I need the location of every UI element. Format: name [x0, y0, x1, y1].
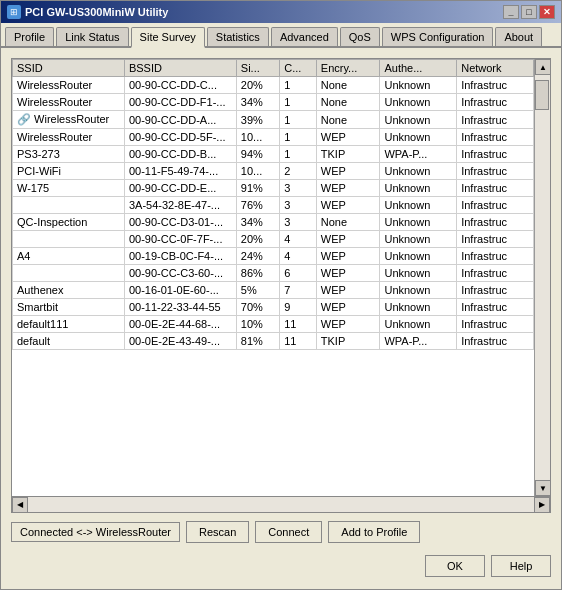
table-cell-3: 11	[280, 316, 317, 333]
title-bar: ⊞ PCI GW-US300MiniW Utility _ □ ✕	[1, 1, 561, 23]
tab-bar: Profile Link Status Site Survey Statisti…	[1, 23, 561, 48]
table-row[interactable]: WirelessRouter00-90-CC-DD-C...20%1NoneUn…	[13, 77, 534, 94]
table-cell-2: 76%	[236, 197, 279, 214]
tab-advanced[interactable]: Advanced	[271, 27, 338, 46]
table-cell-4: WEP	[316, 231, 380, 248]
scroll-thumb[interactable]	[535, 80, 549, 110]
hscroll-track[interactable]	[28, 497, 534, 512]
table-cell-3: 1	[280, 146, 317, 163]
table-row[interactable]: PCI-WiFi00-11-F5-49-74-...10...2WEPUnkno…	[13, 163, 534, 180]
title-bar-left: ⊞ PCI GW-US300MiniW Utility	[7, 5, 168, 19]
table-cell-6: Infrastruc	[457, 146, 534, 163]
table-cell-5: WPA-P...	[380, 333, 457, 350]
table-cell-4: None	[316, 94, 380, 111]
table-cell-2: 10%	[236, 316, 279, 333]
tab-profile[interactable]: Profile	[5, 27, 54, 46]
close-button[interactable]: ✕	[539, 5, 555, 19]
table-cell-5: Unknown	[380, 231, 457, 248]
table-row[interactable]: WirelessRouter00-90-CC-DD-5F-...10...1WE…	[13, 129, 534, 146]
vertical-scrollbar[interactable]: ▲ ▼	[534, 59, 550, 496]
table-cell-5: Unknown	[380, 197, 457, 214]
table-cell-3: 4	[280, 248, 317, 265]
table-cell-6: Infrastruc	[457, 231, 534, 248]
table-cell-1: 00-90-CC-0F-7F-...	[124, 231, 236, 248]
table-header-row: SSID BSSID Si... C... Encry... Authe... …	[13, 60, 534, 77]
table-cell-6: Infrastruc	[457, 214, 534, 231]
table-cell-5: Unknown	[380, 111, 457, 129]
minimize-button[interactable]: _	[503, 5, 519, 19]
table-cell-2: 81%	[236, 333, 279, 350]
connect-button[interactable]: Connect	[255, 521, 322, 543]
maximize-button[interactable]: □	[521, 5, 537, 19]
table-row[interactable]: A400-19-CB-0C-F4-...24%4WEPUnknownInfras…	[13, 248, 534, 265]
table-cell-5: Unknown	[380, 214, 457, 231]
table-cell-5: Unknown	[380, 163, 457, 180]
col-auth: Authe...	[380, 60, 457, 77]
table-row[interactable]: PS3-27300-90-CC-DD-B...94%1TKIPWPA-P...I…	[13, 146, 534, 163]
table-cell-6: Infrastruc	[457, 77, 534, 94]
scroll-left-button[interactable]: ◀	[12, 497, 28, 513]
horizontal-scrollbar[interactable]: ◀ ▶	[12, 496, 550, 512]
table-cell-2: 34%	[236, 214, 279, 231]
tab-wps-configuration[interactable]: WPS Configuration	[382, 27, 494, 46]
table-cell-2: 70%	[236, 299, 279, 316]
table-cell-1: 00-19-CB-0C-F4-...	[124, 248, 236, 265]
window-title: PCI GW-US300MiniW Utility	[25, 6, 168, 18]
table-cell-2: 5%	[236, 282, 279, 299]
tab-statistics[interactable]: Statistics	[207, 27, 269, 46]
table-cell-6: Infrastruc	[457, 299, 534, 316]
scroll-right-button[interactable]: ▶	[534, 497, 550, 513]
table-row[interactable]: W-17500-90-CC-DD-E...91%3WEPUnknownInfra…	[13, 180, 534, 197]
table-cell-6: Infrastruc	[457, 163, 534, 180]
scroll-down-button[interactable]: ▼	[535, 480, 550, 496]
table-cell-4: WEP	[316, 282, 380, 299]
table-cell-4: None	[316, 214, 380, 231]
table-row[interactable]: default00-0E-2E-43-49-...81%11TKIPWPA-P.…	[13, 333, 534, 350]
tab-site-survey[interactable]: Site Survey	[131, 27, 205, 48]
ok-button[interactable]: OK	[425, 555, 485, 577]
col-network: Network	[457, 60, 534, 77]
add-to-profile-button[interactable]: Add to Profile	[328, 521, 420, 543]
tab-link-status[interactable]: Link Status	[56, 27, 128, 46]
table-cell-4: WEP	[316, 129, 380, 146]
scroll-track[interactable]	[535, 75, 550, 480]
table-wrapper[interactable]: SSID BSSID Si... C... Encry... Authe... …	[12, 59, 534, 496]
rescan-button[interactable]: Rescan	[186, 521, 249, 543]
table-cell-1: 00-11-22-33-44-55	[124, 299, 236, 316]
table-row[interactable]: 00-90-CC-0F-7F-...20%4WEPUnknownInfrastr…	[13, 231, 534, 248]
table-cell-0	[13, 197, 125, 214]
table-cell-2: 94%	[236, 146, 279, 163]
col-bssid: BSSID	[124, 60, 236, 77]
table-cell-0: PS3-273	[13, 146, 125, 163]
tab-qos[interactable]: QoS	[340, 27, 380, 46]
table-cell-3: 4	[280, 231, 317, 248]
table-row[interactable]: Smartbit00-11-22-33-44-5570%9WEPUnknownI…	[13, 299, 534, 316]
table-row[interactable]: default11100-0E-2E-44-68-...10%11WEPUnkn…	[13, 316, 534, 333]
table-cell-5: Unknown	[380, 129, 457, 146]
table-cell-2: 34%	[236, 94, 279, 111]
table-cell-1: 00-90-CC-DD-F1-...	[124, 94, 236, 111]
table-row[interactable]: Authenex00-16-01-0E-60-...5%7WEPUnknownI…	[13, 282, 534, 299]
table-cell-0: W-175	[13, 180, 125, 197]
table-row[interactable]: 3A-54-32-8E-47-...76%3WEPUnknownInfrastr…	[13, 197, 534, 214]
table-cell-4: TKIP	[316, 333, 380, 350]
table-cell-5: Unknown	[380, 299, 457, 316]
table-cell-0: Smartbit	[13, 299, 125, 316]
table-cell-0: A4	[13, 248, 125, 265]
table-cell-6: Infrastruc	[457, 94, 534, 111]
table-cell-3: 9	[280, 299, 317, 316]
network-table: SSID BSSID Si... C... Encry... Authe... …	[12, 59, 534, 350]
table-cell-2: 86%	[236, 265, 279, 282]
table-cell-2: 24%	[236, 248, 279, 265]
action-button-row: Connected <-> WirelessRouter Rescan Conn…	[11, 521, 551, 543]
table-cell-4: WEP	[316, 265, 380, 282]
table-row[interactable]: 00-90-CC-C3-60-...86%6WEPUnknownInfrastr…	[13, 265, 534, 282]
tab-about[interactable]: About	[495, 27, 542, 46]
help-button[interactable]: Help	[491, 555, 551, 577]
table-row[interactable]: 🔗 WirelessRouter00-90-CC-DD-A...39%1None…	[13, 111, 534, 129]
table-row[interactable]: QC-Inspection00-90-CC-D3-01-...34%3NoneU…	[13, 214, 534, 231]
table-row[interactable]: WirelessRouter00-90-CC-DD-F1-...34%1None…	[13, 94, 534, 111]
scroll-up-button[interactable]: ▲	[535, 59, 550, 75]
table-cell-2: 20%	[236, 77, 279, 94]
table-cell-0: WirelessRouter	[13, 129, 125, 146]
